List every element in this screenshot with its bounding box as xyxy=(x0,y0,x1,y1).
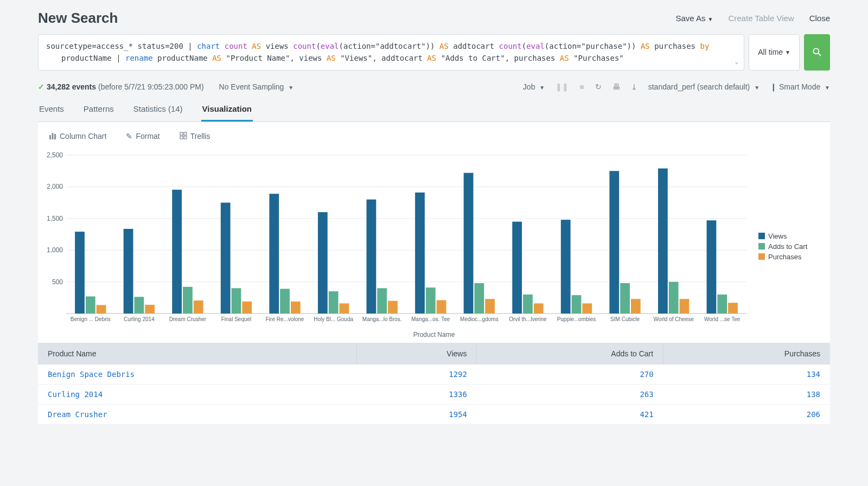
caret-down-icon: ▼ xyxy=(539,85,545,91)
page-title: New Search xyxy=(38,10,118,27)
table-header[interactable]: Product Name xyxy=(38,343,356,364)
caret-down-icon: ▼ xyxy=(754,85,760,91)
column-chart-icon xyxy=(49,132,56,141)
tab-events[interactable]: Events xyxy=(38,98,65,122)
workload-menu[interactable]: standard_perf (search default) ▼ xyxy=(648,82,760,91)
search-mode-menu[interactable]: ❙ Smart Mode ▼ xyxy=(770,82,830,91)
svg-rect-69 xyxy=(669,282,679,313)
svg-rect-8 xyxy=(184,136,187,139)
svg-rect-62 xyxy=(582,303,592,314)
legend-label: Views xyxy=(768,232,787,240)
svg-rect-32 xyxy=(221,202,231,313)
svg-line-1 xyxy=(819,54,821,56)
svg-text:Orvil th...lverine: Orvil th...lverine xyxy=(509,316,547,322)
tab-statistics[interactable]: Statistics (14) xyxy=(132,98,184,122)
svg-rect-29 xyxy=(183,287,193,314)
svg-point-0 xyxy=(813,49,819,54)
table-cell: Curling 2014 xyxy=(38,384,356,404)
svg-rect-72 xyxy=(707,220,717,314)
svg-rect-34 xyxy=(242,302,252,314)
table-row[interactable]: Curling 20141336263138 xyxy=(38,384,830,404)
expand-search-icon[interactable]: ⌄ xyxy=(735,57,739,67)
job-label: Job xyxy=(523,82,535,91)
event-sampling-menu[interactable]: No Event Sampling ▼ xyxy=(219,82,294,91)
tab-patterns[interactable]: Patterns xyxy=(82,98,115,122)
reload-icon[interactable]: ↻ xyxy=(595,82,602,91)
results-table: Product NameViewsAdds to CartPurchases B… xyxy=(38,343,830,425)
pencil-icon: ✎ xyxy=(126,132,132,140)
stop-icon[interactable]: ■ xyxy=(579,82,584,91)
create-table-view-button[interactable]: Create Table View xyxy=(728,14,794,23)
chart-legend: ViewsAdds to CartPurchases xyxy=(758,151,824,330)
legend-swatch xyxy=(758,243,765,250)
svg-rect-49 xyxy=(426,287,436,314)
trellis-button[interactable]: Trellis xyxy=(180,132,210,141)
trellis-label: Trellis xyxy=(190,132,210,140)
svg-text:500: 500 xyxy=(52,278,63,285)
grid-icon xyxy=(180,132,187,141)
time-range-label: All time xyxy=(758,48,783,56)
svg-text:Puppie...ombies: Puppie...ombies xyxy=(557,316,596,322)
svg-rect-53 xyxy=(474,283,484,314)
svg-rect-65 xyxy=(620,283,630,314)
table-cell: 421 xyxy=(477,404,663,424)
table-cell: 1292 xyxy=(356,364,477,385)
table-row[interactable]: Benign Space Debris1292270134 xyxy=(38,364,830,385)
tab-visualization[interactable]: Visualization xyxy=(201,98,253,122)
svg-rect-26 xyxy=(145,305,155,314)
svg-rect-28 xyxy=(172,190,182,314)
table-header[interactable]: Views xyxy=(356,343,477,364)
svg-text:Manga...lo Bros.: Manga...lo Bros. xyxy=(362,316,402,322)
table-header[interactable]: Purchases xyxy=(663,343,830,364)
svg-text:World of Cheese: World of Cheese xyxy=(653,316,694,322)
mode-label: Smart Mode xyxy=(779,82,820,91)
svg-rect-7 xyxy=(180,136,183,139)
run-search-button[interactable] xyxy=(804,34,830,71)
search-input[interactable]: sourcetype=access_* status=200 | chart c… xyxy=(38,34,744,71)
table-header[interactable]: Adds to Cart xyxy=(477,343,663,364)
svg-rect-60 xyxy=(561,220,571,314)
svg-rect-48 xyxy=(415,193,425,314)
table-cell: 270 xyxy=(477,364,663,385)
svg-text:Final Sequel: Final Sequel xyxy=(221,316,252,322)
chart-type-picker[interactable]: Column Chart xyxy=(49,132,106,141)
pause-icon[interactable]: ❚❚ xyxy=(556,82,569,91)
time-range-picker[interactable]: All time▼ xyxy=(749,34,800,71)
table-cell: 1954 xyxy=(356,404,477,424)
svg-text:World ...se Tee: World ...se Tee xyxy=(704,316,741,322)
format-button[interactable]: ✎ Format xyxy=(126,132,159,141)
caret-down-icon: ▼ xyxy=(785,49,790,55)
table-cell: 263 xyxy=(477,384,663,404)
search-icon xyxy=(812,47,822,57)
svg-rect-6 xyxy=(184,132,187,135)
bulb-icon: ❙ xyxy=(770,82,777,91)
job-menu[interactable]: Job ▼ xyxy=(523,82,545,91)
svg-rect-21 xyxy=(86,296,95,314)
legend-item[interactable]: Adds to Cart xyxy=(758,242,824,251)
table-row[interactable]: Dream Crusher1954421206 xyxy=(38,404,830,424)
svg-rect-30 xyxy=(194,300,203,314)
svg-rect-41 xyxy=(329,291,339,314)
table-cell: 206 xyxy=(663,404,830,424)
svg-text:SIM Cubicle: SIM Cubicle xyxy=(610,316,640,322)
table-cell: 1336 xyxy=(356,384,477,404)
svg-text:Fire Re...volone: Fire Re...volone xyxy=(266,316,304,322)
save-as-menu[interactable]: Save As▼ xyxy=(676,14,713,23)
legend-swatch xyxy=(758,233,765,239)
svg-rect-36 xyxy=(269,194,279,314)
close-button[interactable]: Close xyxy=(809,14,830,23)
svg-rect-61 xyxy=(572,295,582,314)
svg-rect-56 xyxy=(512,221,522,313)
svg-rect-64 xyxy=(609,171,619,314)
caret-down-icon: ▼ xyxy=(288,85,293,91)
export-icon[interactable]: ⤓ xyxy=(631,82,637,91)
svg-rect-2 xyxy=(49,135,51,139)
svg-text:Manga...os. Tee: Manga...os. Tee xyxy=(411,316,450,322)
legend-item[interactable]: Views xyxy=(758,232,824,240)
table-cell: Benign Space Debris xyxy=(38,364,356,385)
svg-text:Curling 2014: Curling 2014 xyxy=(124,316,155,322)
svg-text:2,500: 2,500 xyxy=(47,151,63,159)
legend-item[interactable]: Purchases xyxy=(758,253,824,261)
print-icon[interactable]: 🖶 xyxy=(612,82,620,91)
svg-text:1,000: 1,000 xyxy=(47,246,63,254)
